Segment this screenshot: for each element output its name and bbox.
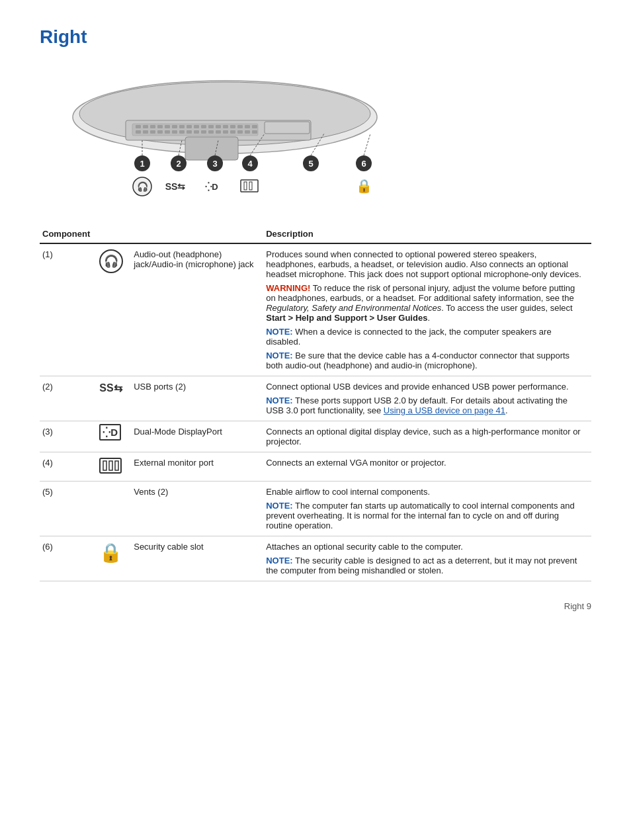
svg-text:SS⇆: SS⇆ [165,181,186,192]
row-description: Connects an external VGA monitor or proj… [263,452,591,482]
row-icon: 🔒 [97,536,131,581]
row-description: Attaches an optional security cable to t… [263,536,591,581]
svg-rect-33 [223,130,228,134]
svg-rect-22 [143,130,148,134]
svg-text:4: 4 [247,159,253,169]
svg-text:1: 1 [140,159,144,169]
svg-rect-12 [194,125,199,128]
svg-rect-27 [179,130,185,134]
svg-rect-28 [187,130,192,134]
svg-rect-26 [172,130,177,134]
svg-rect-36 [245,130,250,134]
svg-rect-15 [216,125,221,128]
page-footer: Right 9 [40,601,591,611]
row-name: USB ports (2) [131,376,263,421]
svg-rect-9 [172,125,177,128]
svg-rect-11 [187,125,192,128]
svg-rect-25 [165,130,170,134]
svg-rect-24 [157,130,163,134]
svg-rect-19 [245,125,250,128]
row-description: Produces sound when connected to optiona… [263,243,591,376]
row-num: (2) [40,376,97,421]
svg-rect-23 [150,130,155,134]
svg-rect-35 [237,130,243,134]
col-header-description: Description [263,225,591,243]
row-name: External monitor port [131,452,263,482]
svg-rect-29 [194,130,199,134]
svg-text:5: 5 [308,159,313,169]
svg-rect-17 [230,125,235,128]
svg-rect-67 [103,461,106,470]
svg-rect-31 [208,130,214,134]
row-icon [97,452,131,482]
svg-rect-57 [244,182,247,190]
table-row-1: (1) 🎧 Audio-out (headphone) jack/Audio-i… [40,243,591,376]
laptop-diagram: 1 2 3 4 5 6 🎧 SS⇆ ⁛D 🔒 [40,61,591,213]
components-table: Component Description (1) 🎧 Audio-out (h… [40,225,591,581]
row-name: Security cable slot [131,536,263,581]
svg-rect-14 [208,125,214,128]
svg-rect-16 [223,125,228,128]
row-icon: 🎧 [97,243,131,376]
row-num: (5) [40,482,97,536]
row-num: (6) [40,536,97,581]
row-num: (1) [40,243,97,376]
row-name: Vents (2) [131,482,263,536]
svg-rect-34 [230,130,235,134]
svg-rect-18 [237,125,243,128]
svg-rect-8 [165,125,170,128]
svg-rect-6 [150,125,155,128]
table-row-6: (6) 🔒 Security cable slot Attaches an op… [40,536,591,581]
row-name: Dual-Mode DisplayPort [131,421,263,452]
svg-text:2: 2 [176,159,181,169]
row-icon: ⁛D [97,421,131,452]
table-row-3: (3) ⁛D Dual-Mode DisplayPort Connects an… [40,421,591,452]
svg-rect-37 [252,130,257,134]
svg-rect-58 [249,182,252,190]
row-description: Connects an optional digital display dev… [263,421,591,452]
page-title: Right [40,26,591,48]
svg-rect-38 [265,122,310,134]
svg-rect-10 [179,125,185,128]
svg-rect-68 [109,461,112,470]
svg-text:⁛D: ⁛D [205,182,218,192]
svg-rect-5 [143,125,148,128]
svg-rect-20 [252,125,257,128]
svg-line-65 [364,134,370,155]
svg-text:🔒: 🔒 [356,178,372,194]
svg-rect-32 [216,130,221,134]
row-num: (4) [40,452,97,482]
svg-rect-30 [201,130,206,134]
svg-rect-4 [136,125,141,128]
row-description: Connect optional USB devices and provide… [263,376,591,421]
row-icon: SS⇆ [97,376,131,421]
row-name: Audio-out (headphone) jack/Audio-in (mic… [131,243,263,376]
svg-rect-21 [136,130,141,134]
table-row-4: (4) External monitor port Connects an ex… [40,452,591,482]
row-icon [97,482,131,536]
svg-rect-13 [201,125,206,128]
table-row-5: (5) Vents (2) Enable airflow to cool int… [40,482,591,536]
row-num: (3) [40,421,97,452]
svg-rect-69 [115,461,118,470]
col-header-component: Component [40,225,97,243]
row-description: Enable airflow to cool internal componen… [263,482,591,536]
svg-text:🎧: 🎧 [137,181,149,192]
svg-rect-7 [157,125,163,128]
svg-text:6: 6 [361,159,366,169]
svg-text:3: 3 [212,159,217,169]
table-row-2: (2) SS⇆ USB ports (2) Connect optional U… [40,376,591,421]
